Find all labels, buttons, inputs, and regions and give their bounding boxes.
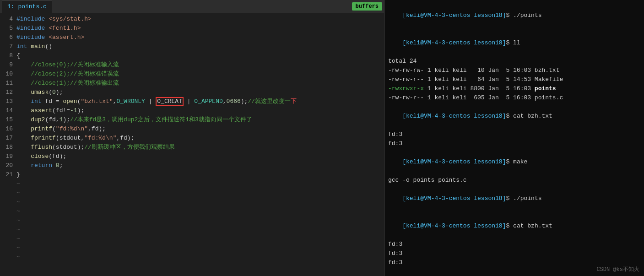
tilde-8: ~ <box>0 244 384 253</box>
term-line-8: [keli@VM-4-3-centos lesson18]$ cat bzh.t… <box>388 103 640 130</box>
tilde-7: ~ <box>0 234 384 244</box>
code-line-7: 7 int main() <box>0 42 384 51</box>
terminal-panel: [keli@VM-4-3-centos lesson18]$ ./points … <box>384 0 644 276</box>
term-line-12: gcc -o points points.c <box>388 176 640 185</box>
term-line-7: -rw-rw-r-- 1 keli keli 605 Jan 5 16:03 p… <box>388 93 640 103</box>
term-line-3: total 24 <box>388 57 640 66</box>
code-line-19: 19 close(fd); <box>0 152 384 161</box>
term-line-5: -rw-rw-r-- 1 keli keli 64 Jan 5 14:53 Ma… <box>388 75 640 84</box>
code-line-5: 5 #include <fcntl.h> <box>0 24 384 33</box>
tilde-5: ~ <box>0 216 384 225</box>
code-line-8: 8 { <box>0 51 384 60</box>
code-line-20: 20 return 0; <box>0 161 384 170</box>
buffers-badge: buffers <box>352 2 382 11</box>
code-line-15: 15 dup2(fd,1);//本来fd是3，调用dup2之后，文件描述符1和3… <box>0 115 384 124</box>
code-line-13: 13 int fd = open("bzh.txt",O_WRONLY | O_… <box>0 97 384 106</box>
code-line-17: 17 fprintf(stdout,"fd:%d\n",fd); <box>0 134 384 143</box>
term-line-6: -rwxrwxr-x 1 keli keli 8800 Jan 5 16:03 … <box>388 84 640 93</box>
code-line-18: 18 fflush(stdout);//刷新缓冲区，方便我们观察结果 <box>0 143 384 152</box>
tilde-2: ~ <box>0 189 384 198</box>
term-line-9: fd:3 <box>388 130 640 139</box>
code-line-6: 6 #include <assert.h> <box>0 33 384 42</box>
tilde-6: ~ <box>0 225 384 234</box>
code-line-9: 9 //close(0);//关闭标准输入流 <box>0 60 384 70</box>
tilde-3: ~ <box>0 198 384 207</box>
tab-label: 1: points.c <box>7 3 47 10</box>
term-line-15: fd:3 <box>388 240 640 249</box>
editor-tab[interactable]: 1: points.c <box>2 0 52 13</box>
editor-panel: 1: points.c buffers 4 #include <sys/stat… <box>0 0 384 276</box>
editor-content: 4 #include <sys/stat.h> 5 #include <fcnt… <box>0 13 384 276</box>
term-line-2: [keli@VM-4-3-centos lesson18]$ ll <box>388 29 640 57</box>
term-line-11: [keli@VM-4-3-centos lesson18]$ make <box>388 148 640 176</box>
code-line-11: 11 //close(1);//关闭标准输出流 <box>0 79 384 88</box>
term-line-4: -rw-rw-rw- 1 keli keli 10 Jan 5 16:03 bz… <box>388 66 640 75</box>
tilde-9: ~ <box>0 253 384 262</box>
code-line-14: 14 assert(fd!=-1); <box>0 106 384 115</box>
term-line-1: [keli@VM-4-3-centos lesson18]$ ./points <box>388 2 640 29</box>
code-line-4: 4 #include <sys/stat.h> <box>0 15 384 24</box>
code-line-12: 12 umask(0); <box>0 88 384 97</box>
code-line-10: 10 //close(2);//关闭标准错误流 <box>0 70 384 79</box>
term-line-14: [keli@VM-4-3-centos lesson18]$ cat bzh.t… <box>388 212 640 240</box>
code-line-21: 21 } <box>0 170 384 179</box>
term-line-13: [keli@VM-4-3-centos lesson18]$ ./points <box>388 185 640 212</box>
code-line-16: 16 printf("fd:%d\n",fd); <box>0 124 384 134</box>
tab-bar: 1: points.c buffers <box>0 0 384 13</box>
tilde-4: ~ <box>0 207 384 216</box>
tilde-1: ~ <box>0 179 384 189</box>
watermark: CSDN @ks不知火 <box>596 265 639 273</box>
term-line-16: fd:3 <box>388 249 640 258</box>
term-line-10: fd:3 <box>388 139 640 148</box>
